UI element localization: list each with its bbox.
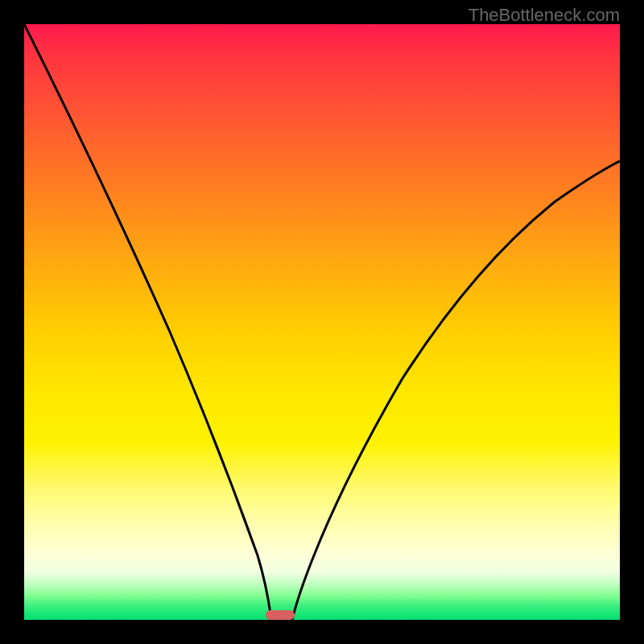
bottleneck-marker <box>266 610 295 620</box>
right-curve <box>292 161 620 620</box>
left-curve <box>24 24 271 620</box>
plot-area <box>24 24 620 620</box>
curves-svg <box>24 24 620 620</box>
watermark-text: TheBottleneck.com <box>469 5 620 26</box>
